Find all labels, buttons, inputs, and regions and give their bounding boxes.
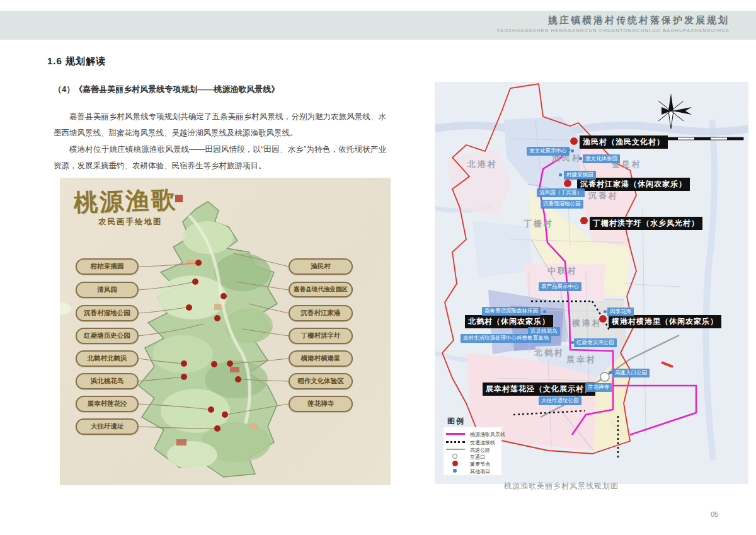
document-title-pinyin: YAOZHUANGZHEN HENGGANGCUN CHUANTONGCUNLU… xyxy=(496,28,730,33)
map-label-pill: 沉香村湿地公园 xyxy=(76,305,139,321)
map-label-pill: 浜北桃花岛 xyxy=(76,373,139,389)
feature-label: 展幸村莲花泾（文化展示村） xyxy=(483,383,595,396)
project-label: 四季花海 xyxy=(607,308,634,316)
village-name: 北港村 xyxy=(467,159,498,170)
project-label: 沉香荡湿地公园 xyxy=(541,200,583,209)
interchange-icon xyxy=(600,372,609,381)
map-label-pill: 横港村横港里 xyxy=(289,350,353,367)
hand-map-subtitle: 农民画手绘地图 xyxy=(98,217,163,227)
highway-swatch xyxy=(446,449,465,450)
village-name: 横港村 xyxy=(572,318,602,329)
document-title: 姚庄镇横港村传统村落保护发展规划 xyxy=(548,14,730,26)
project-label: 大往圩遗址公园 xyxy=(539,396,581,405)
map-label-pill: 清风园 xyxy=(76,282,139,298)
map-label-pill: 大往圩遗址 xyxy=(76,418,139,435)
map-label-pill: 展幸村莲花泾 xyxy=(76,396,139,412)
map-label-pill: 沉香村江家港 xyxy=(289,305,353,321)
project-label: 农产品展示中心 xyxy=(539,282,581,291)
interchange-swatch xyxy=(452,454,457,459)
important-node-dot xyxy=(580,217,588,224)
village-name: 北鹤村 xyxy=(534,347,564,359)
hand-map-title: 桃源渔歌 xyxy=(73,183,178,219)
feature-label: 丁栅村洪字圩（水乡风光村） xyxy=(590,217,702,230)
important-node-dot xyxy=(564,180,571,187)
map-caption: 桃源渔歌美丽乡村风景线规划图 xyxy=(504,481,619,492)
legend-title: 图例 xyxy=(447,416,465,427)
map-label-pill: 红菱塘历史公园 xyxy=(76,328,139,344)
section-heading: 1.6 规划解读 xyxy=(47,55,106,67)
section-subheading: （4）《嘉善县美丽乡村风景线专项规划——桃源渔歌风景线》 xyxy=(54,84,279,95)
project-label: 渔文化展示中心 xyxy=(527,147,570,156)
body-paragraph: 嘉善县美丽乡村风景线专项规划共确定了五条美丽乡村风景线，分别为魅力农旅风景线、水… xyxy=(54,108,386,141)
map-label-pill: 渔民村 xyxy=(289,258,353,275)
feature-label: 北鹤村（休闲农家乐） xyxy=(465,315,553,328)
village-name: 展幸村 xyxy=(566,354,597,365)
project-label: 莲花禅寺 xyxy=(585,383,612,392)
map-label-pill: 北鹤村北鹤浜 xyxy=(76,350,139,367)
project-label: 清风园（丁宾港） xyxy=(537,188,585,197)
feature-label: 渔民村（渔民文化村） xyxy=(580,135,668,149)
map-label-pill: 莲花禅寺 xyxy=(289,396,353,412)
important-node-dot xyxy=(570,137,578,145)
project-dot xyxy=(609,371,612,374)
map-label-pill: 稻作文化体验区 xyxy=(289,373,353,389)
body-paragraph: 横港村位于姚庄镇桃源渔歌风景线——田园风情段，以“田园、水乡”为特色，依托现状产… xyxy=(54,141,386,174)
connector-swatch xyxy=(446,441,465,443)
scenic-route-swatch xyxy=(446,433,465,435)
village-name: 中联村 xyxy=(547,265,578,277)
map-label-pill: 嘉善县现代渔业园区 xyxy=(289,282,353,297)
feature-label: 沉香村江家港（休闲农家乐） xyxy=(577,178,690,191)
document-page: 姚庄镇横港村传统村落保护发展规划 YAOZHUANGZHEN HENGGANGC… xyxy=(0,0,756,535)
other-project-swatch xyxy=(453,469,457,473)
map-label-pill: 丁栅村洪字圩 xyxy=(289,328,353,344)
project-label: 村嫂采摘园 xyxy=(564,171,596,180)
artist-seal-icon xyxy=(175,195,183,202)
feature-label: 横港村横港里（休闲农家乐） xyxy=(609,315,721,328)
project-label: 嘉善童话探险森林乐园 xyxy=(482,307,541,316)
project-label: 农村生活垃圾处理中心科普教育基地 xyxy=(461,334,551,343)
project-label: 高速入口公园 xyxy=(612,369,650,377)
project-dot xyxy=(604,310,607,313)
project-dot xyxy=(543,310,546,313)
village-name: 丁栅村 xyxy=(524,218,554,229)
important-node-swatch xyxy=(452,461,458,466)
village-name: 沉香村 xyxy=(588,190,619,202)
header-band: 姚庄镇横港村传统村落保护发展规划 YAOZHUANGZHEN HENGGANGC… xyxy=(0,11,756,40)
scale-bar xyxy=(662,137,743,140)
project-label: 渔文化体验园 xyxy=(583,154,620,163)
project-label: 红菱塘滨河公园 xyxy=(574,338,617,347)
map-label-pill: 柑桔采摘园 xyxy=(76,258,139,275)
project-dot xyxy=(559,173,562,176)
page-number: 05 xyxy=(711,510,718,518)
